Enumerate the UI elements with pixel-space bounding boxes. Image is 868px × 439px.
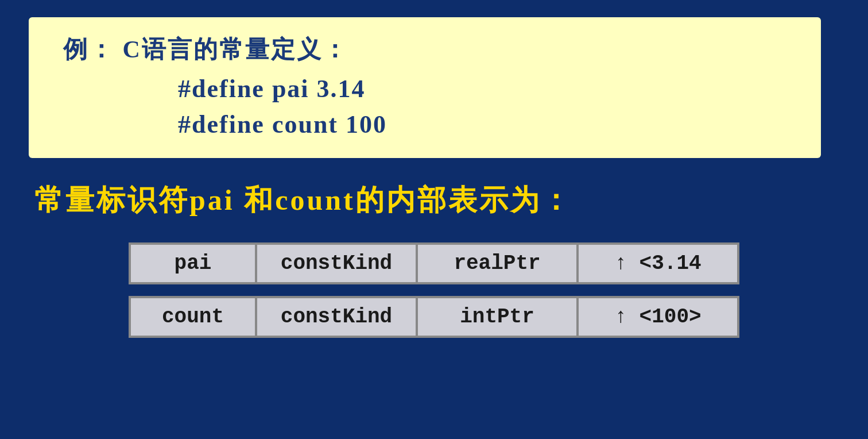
tables-container: pai constKind realPtr ↑ <3.14 count cons… [29, 242, 839, 338]
code-line-1: #define pai 3.14 [178, 71, 798, 107]
pai-ptr-cell: realPtr [417, 244, 578, 283]
count-kind-cell: constKind [256, 297, 417, 337]
pai-name-cell: pai [130, 244, 256, 283]
count-table: count constKind intPtr ↑ <100> [129, 296, 739, 338]
code-line-2: #define count 100 [178, 107, 798, 143]
pai-value-cell: ↑ <3.14 [578, 244, 738, 283]
example-box: 例： C语言的常量定义： #define pai 3.14 #define co… [29, 17, 821, 158]
count-ptr-cell: intPtr [417, 297, 578, 337]
code-lines: #define pai 3.14 #define count 100 [63, 71, 798, 142]
count-value-cell: ↑ <100> [578, 297, 738, 337]
example-title: 例： C语言的常量定义： [63, 33, 798, 66]
pai-table: pai constKind realPtr ↑ <3.14 [129, 242, 739, 284]
count-name-cell: count [130, 297, 256, 337]
pai-kind-cell: constKind [256, 244, 417, 283]
description-text: 常量标识符pai 和count的内部表示为： [29, 181, 572, 220]
